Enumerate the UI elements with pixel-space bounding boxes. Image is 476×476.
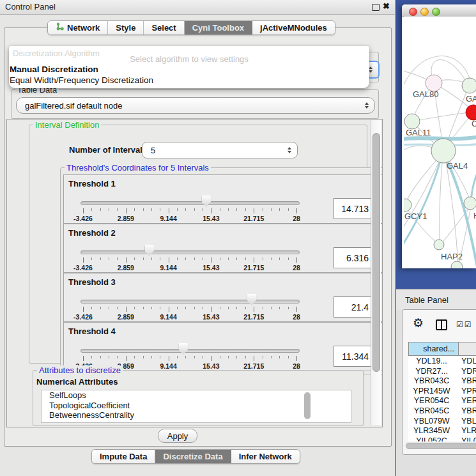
network-node-gal4[interactable] — [431, 139, 456, 163]
thresholds-group-label: Threshold's Coordinates for 5 Intervals — [65, 163, 211, 173]
column-header-name[interactable]: n... — [459, 342, 476, 356]
cell-shared-name[interactable]: YDL19... — [408, 357, 455, 367]
right-section: GAL80GACGAL11GAL4GCY1HHAP2 Table Panel ⚙… — [396, 0, 476, 476]
tab-network[interactable]: Network — [48, 21, 108, 35]
table-row[interactable]: YBL079WYBL0 — [408, 417, 476, 427]
cell-name[interactable]: YER0 — [455, 396, 476, 406]
minimize-traffic-light[interactable] — [420, 8, 429, 16]
cell-name[interactable]: YLR3 — [455, 426, 476, 436]
table-horizontal-scrollbar[interactable] — [404, 441, 476, 449]
table-row[interactable]: YIL052CYIL0 — [408, 436, 476, 441]
close-icon[interactable]: ✖ — [383, 1, 390, 11]
threshold-panel-1: Threshold 1-3.4262.8599.14415.4321.71528… — [63, 174, 383, 224]
node-label: H — [473, 211, 476, 220]
network-node-c[interactable] — [466, 105, 476, 120]
tab-label: Style — [116, 21, 135, 35]
algorithm-placeholder: Select algorithm to view settings — [9, 54, 369, 64]
control-panel-titlebar: Control Panel ✖ — [0, 0, 395, 15]
close-traffic-light[interactable] — [409, 8, 417, 16]
number-of-intervals-combobox[interactable]: 5 — [142, 142, 298, 158]
cell-shared-name[interactable]: YDR27... — [408, 367, 455, 377]
network-canvas[interactable]: GAL80GACGAL11GAL4GCY1HHAP2 — [404, 17, 476, 268]
numerical-attributes-list[interactable]: SelfLoopsTopologicalCoefficientBetweenne… — [41, 390, 351, 423]
apply-button[interactable]: Apply — [158, 429, 197, 443]
algorithm-option-equal-width[interactable]: Equal Width/Frequency Discretization — [10, 75, 153, 85]
tab-discretize-data[interactable]: Discretize Data — [155, 450, 231, 463]
cell-name[interactable]: YPR1 — [455, 387, 476, 397]
scrollbar-thumb[interactable] — [406, 443, 476, 449]
threshold-value-field[interactable]: 6.316 — [334, 247, 374, 268]
combo-stepper-icon — [288, 147, 291, 153]
table-row[interactable]: YBR043CYBR0 — [408, 376, 476, 387]
cell-shared-name[interactable]: YER054C — [408, 396, 455, 406]
tick-label: 21.715 — [243, 313, 264, 321]
algorithm-option-manual[interactable]: Manual Discretization — [10, 65, 98, 74]
table-row[interactable]: YPR145WYPR1 — [408, 387, 476, 397]
threshold-label: Threshold 2 — [68, 228, 116, 238]
cell-shared-name[interactable]: YPR145W — [408, 387, 455, 397]
checkbox-icons[interactable]: ☑☑ — [456, 320, 473, 329]
cell-name[interactable]: YBR0 — [455, 406, 476, 417]
zoom-traffic-light[interactable] — [432, 8, 440, 16]
network-window-titlebar[interactable] — [402, 4, 476, 17]
slider-thumb[interactable] — [247, 294, 256, 305]
tab-infer-network[interactable]: Infer Network — [231, 450, 300, 463]
cell-shared-name[interactable]: YLR345W — [408, 426, 455, 436]
network-window: GAL80GACGAL11GAL4GCY1HHAP2 — [402, 4, 476, 268]
cell-name[interactable]: YDR2 — [455, 367, 476, 377]
tick-label: 15.43 — [203, 264, 219, 272]
node-label: C — [472, 119, 476, 128]
table-row[interactable]: YBR045CYBR0 — [408, 406, 476, 417]
list-scrollbar-thumb[interactable] — [304, 392, 311, 419]
threshold-slider[interactable]: -3.4262.8599.14415.4321.71528 — [81, 193, 300, 222]
network-node[interactable] — [451, 261, 463, 268]
cell-name[interactable]: YBL0 — [455, 417, 476, 427]
slider-thumb[interactable] — [144, 245, 154, 256]
gear-icon[interactable]: ⚙ — [413, 316, 424, 330]
cell-shared-name[interactable]: YIL052C — [408, 436, 455, 441]
slider-thumb[interactable] — [178, 343, 188, 355]
attributes-group-label: Attributes to discretize — [37, 365, 123, 375]
table-row[interactable]: YDR27...YDR2 — [408, 367, 476, 377]
tab-select[interactable]: Select — [144, 21, 184, 35]
cell-name[interactable]: YBR0 — [455, 376, 476, 387]
cell-shared-name[interactable]: YBR045C — [408, 406, 455, 417]
network-node-hap2[interactable] — [434, 240, 444, 250]
column-header-shared[interactable]: shared... — [408, 342, 459, 356]
threshold-slider[interactable]: -3.4262.8599.14415.4321.71528 — [81, 291, 300, 321]
split-columns-icon[interactable] — [436, 319, 447, 330]
tab-style[interactable]: Style — [108, 21, 144, 35]
network-node-gal11[interactable] — [404, 114, 420, 129]
slider-thumb[interactable] — [201, 196, 211, 207]
table-row[interactable]: YLR345WYLR3 — [408, 426, 476, 436]
tab-label: Network — [67, 21, 100, 35]
tick-label: 2.859 — [118, 215, 134, 222]
threshold-value-field[interactable]: 21.4 — [334, 296, 374, 318]
network-node-h[interactable] — [464, 197, 476, 210]
cell-shared-name[interactable]: YBR043C — [408, 376, 455, 387]
table-data-combobox[interactable]: galFiltered.sif default node — [16, 97, 375, 114]
threshold-slider[interactable]: -3.4262.8599.14415.4321.71528 — [81, 242, 300, 272]
threshold-value-field[interactable]: 14.713 — [334, 198, 374, 219]
network-node-gcy1[interactable] — [404, 199, 411, 211]
cell-name[interactable]: YDL1 — [455, 357, 476, 367]
node-label: GAL4 — [447, 161, 468, 171]
control-panel: Control Panel ✖ NetworkStyleSelectCyni T… — [0, 0, 395, 476]
tick-label: 15.43 — [203, 215, 219, 222]
tab-jactivemnodules[interactable]: jActiveMNodules — [252, 21, 335, 35]
table-row[interactable]: YER054CYER0 — [408, 396, 476, 406]
cell-shared-name[interactable]: YBL079W — [408, 417, 455, 427]
cell-name[interactable]: YIL0 — [455, 436, 476, 441]
scrollbar-thumb[interactable] — [372, 133, 380, 372]
tick-label: 9.144 — [160, 362, 176, 370]
network-node-ga[interactable] — [462, 78, 476, 93]
settings-vertical-scrollbar[interactable] — [371, 120, 381, 425]
float-window-icon[interactable] — [372, 4, 380, 11]
number-of-intervals-label: Number of Intervals — [69, 145, 147, 155]
tick-label: 28 — [293, 264, 300, 272]
algorithm-dropdown-popup: Discretization Algorithm Select algorith… — [9, 46, 369, 88]
tab-cyni-toolbox[interactable]: Cyni Toolbox — [185, 21, 252, 35]
table-row[interactable]: YDL19...YDL1 — [408, 357, 476, 367]
threshold-value-field[interactable]: 11.344 — [334, 346, 374, 367]
tab-impute-data[interactable]: Impute Data — [92, 450, 155, 463]
